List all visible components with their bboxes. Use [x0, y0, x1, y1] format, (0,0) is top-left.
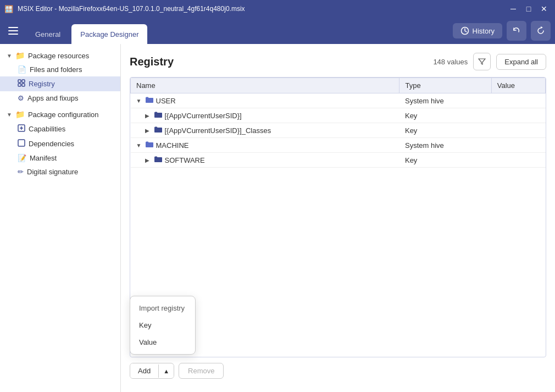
bottom-buttons: Add ▲ Remove [130, 357, 546, 383]
main-content: ▼ 📁 Package resources 📄 Files and folder… [0, 44, 555, 392]
sidebar-item-label: Apps and fixups [27, 94, 79, 102]
row-name-text: MACHINE [156, 141, 189, 150]
bottom-area: Import registry Key Value Add ▲ Remove [130, 357, 546, 383]
sidebar-item-dependencies[interactable]: Dependencies [0, 136, 120, 151]
popup-menu: Import registry Key Value [130, 296, 196, 355]
cell-type: Key [399, 153, 491, 168]
sidebar-section-configuration: ▼ 📁 Package configuration Capabilities [0, 107, 120, 179]
cell-name: ▶ [{AppVCurrentUserSID}]_Classes [131, 123, 399, 138]
cell-name: ▶ SOFTWARE [131, 153, 399, 168]
table-row[interactable]: ▼ MACHINESystem hive [131, 138, 546, 153]
expand-arrow-icon[interactable]: ▼ [136, 98, 143, 104]
registry-icon [18, 79, 25, 89]
signature-icon: ✏ [18, 168, 24, 176]
expand-arrow-icon[interactable]: ▶ [145, 157, 152, 163]
popup-menu-item-value[interactable]: Value [130, 334, 195, 351]
svg-rect-0 [8, 27, 18, 28]
folder-icon: 📁 [15, 51, 25, 60]
folder-icon [154, 111, 163, 120]
cell-value [491, 108, 545, 123]
registry-table: Name Type Value ▼ USERSystem hive▶ [{App… [130, 78, 546, 168]
table-row[interactable]: ▶ SOFTWAREKey [131, 153, 546, 168]
sidebar-item-label: Capabilities [29, 125, 65, 133]
capabilities-icon [18, 124, 25, 134]
file-icon: 📄 [18, 65, 26, 74]
cell-type: Key [399, 108, 491, 123]
expand-all-button[interactable]: Expand all [496, 54, 546, 70]
row-name-text: [{AppVCurrentUserSID}] [165, 112, 242, 120]
title-bar-left: 🪟 MSIX Editor - MozillaFirefoxx64en-US_1… [4, 5, 245, 13]
expand-arrow-icon[interactable]: ▶ [145, 113, 152, 119]
chevron-icon: ▼ [7, 53, 12, 59]
cell-type: System hive [399, 138, 491, 153]
undo-button[interactable] [507, 21, 526, 41]
sidebar-section-resources: ▼ 📁 Package resources 📄 Files and folder… [0, 48, 120, 105]
window-controls: ─ □ ✕ [507, 2, 551, 15]
tab-package-designer[interactable]: Package Designer [71, 24, 147, 44]
table-row[interactable]: ▶ [{AppVCurrentUserSID}]Key [131, 108, 546, 123]
dependencies-icon [18, 139, 25, 148]
expand-arrow-icon[interactable]: ▼ [136, 142, 143, 148]
header-right: 148 values Expand all [433, 53, 546, 70]
popup-menu-item-key[interactable]: Key [130, 317, 195, 334]
sidebar-group-package-resources[interactable]: ▼ 📁 Package resources [0, 48, 120, 63]
sidebar-item-digital-signature[interactable]: ✏ Digital signature [0, 165, 120, 179]
table-header-row: Name Type Value [131, 78, 546, 93]
folder-icon [154, 126, 163, 135]
sidebar-item-manifest[interactable]: 📝 Manifest [0, 151, 120, 165]
page-title: Registry [130, 56, 174, 68]
expand-arrow-icon[interactable]: ▶ [145, 128, 152, 134]
svg-rect-1 [8, 30, 18, 31]
svg-rect-2 [8, 34, 18, 35]
col-type: Type [399, 78, 491, 93]
values-count: 148 values [433, 58, 468, 66]
sidebar-group-package-config[interactable]: ▼ 📁 Package configuration [0, 107, 120, 122]
sidebar-group-label: Package resources [28, 52, 89, 60]
folder-icon [154, 156, 163, 164]
history-button[interactable]: History [453, 23, 502, 38]
sidebar-item-apps-fixups[interactable]: ⚙ Apps and fixups [0, 91, 120, 105]
content-header: Registry 148 values Expand all [130, 53, 546, 70]
row-name-text: USER [156, 97, 176, 105]
minimize-button[interactable]: ─ [507, 2, 520, 15]
sidebar-item-label: Registry [29, 80, 55, 88]
tab-general[interactable]: General [26, 24, 69, 44]
cell-value [491, 153, 545, 168]
cell-value [491, 138, 545, 153]
cell-name: ▼ MACHINE [131, 138, 399, 153]
cell-name: ▼ USER [131, 93, 399, 108]
cell-type: System hive [399, 93, 491, 108]
table-row[interactable]: ▶ [{AppVCurrentUserSID}]_ClassesKey [131, 123, 546, 138]
table-row[interactable]: ▼ USERSystem hive [131, 93, 546, 108]
folder-icon [145, 96, 154, 105]
popup-menu-label: Import registry [130, 300, 195, 317]
cell-type: Key [399, 123, 491, 138]
col-value: Value [491, 78, 545, 93]
content-area: Registry 148 values Expand all Name Type… [121, 44, 555, 392]
svg-rect-4 [18, 80, 21, 82]
sidebar: ▼ 📁 Package resources 📄 Files and folder… [0, 44, 121, 392]
history-label: History [473, 27, 495, 35]
folder-icon [145, 141, 154, 150]
tab-bar-right: History [453, 21, 551, 41]
svg-rect-11 [18, 140, 25, 146]
sidebar-group-label: Package configuration [28, 111, 99, 119]
col-name: Name [131, 78, 399, 93]
refresh-button[interactable] [531, 21, 551, 41]
chevron-icon: ▼ [7, 112, 12, 118]
cell-value [491, 123, 545, 138]
add-button[interactable]: Add [130, 363, 158, 378]
sidebar-item-registry[interactable]: Registry [0, 76, 120, 91]
folder-icon: 📁 [15, 110, 25, 119]
remove-button[interactable]: Remove [179, 363, 224, 379]
close-button[interactable]: ✕ [537, 2, 551, 15]
sidebar-item-label: Dependencies [29, 140, 74, 148]
title-bar: 🪟 MSIX Editor - MozillaFirefoxx64en-US_1… [0, 0, 555, 18]
add-dropdown-arrow[interactable]: ▲ [158, 365, 174, 378]
maximize-button[interactable]: □ [522, 2, 535, 15]
sidebar-item-files-folders[interactable]: 📄 Files and folders [0, 63, 120, 76]
sidebar-item-capabilities[interactable]: Capabilities [0, 122, 120, 136]
hamburger-menu[interactable] [4, 22, 22, 40]
filter-button[interactable] [473, 53, 491, 70]
row-name-text: [{AppVCurrentUserSID}]_Classes [165, 126, 271, 135]
